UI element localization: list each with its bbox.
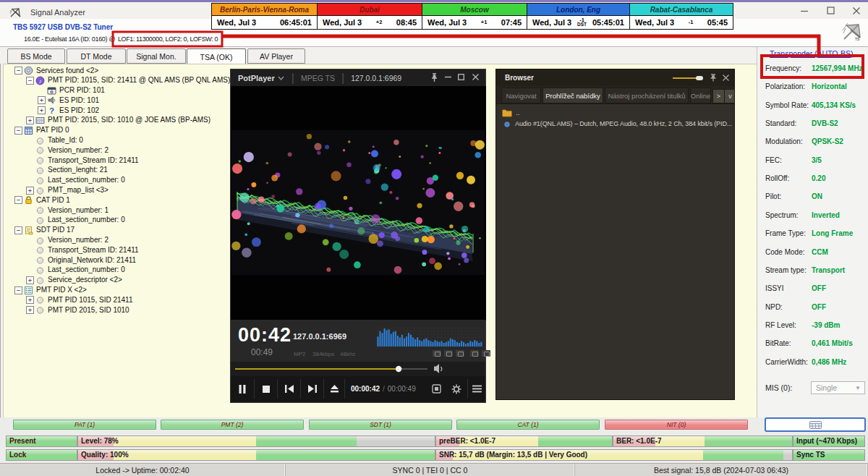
- tree-item-label[interactable]: Transport_Stream ID: 21411: [48, 156, 139, 164]
- expand-icon[interactable]: +: [26, 306, 34, 314]
- collapse-icon[interactable]: −: [14, 286, 22, 294]
- tree-item-label[interactable]: PMT PID 1015, SID 21411: [48, 296, 132, 304]
- signal-bar-label: Present: [9, 437, 36, 445]
- pause-button[interactable]: [231, 376, 254, 401]
- tab-tsa-ok[interactable]: TSA (OK): [187, 48, 246, 65]
- tree-item-label[interactable]: Transport_Stream ID: 21411: [48, 246, 139, 254]
- audio-track-item[interactable]: Audio #1(QNL AMS) – Dutch, MPEG Audio, 4…: [515, 120, 732, 127]
- potplayer-app-name: PotPlayer: [238, 74, 275, 82]
- potplayer-menu-chevron-icon[interactable]: [278, 76, 284, 80]
- browser-opacity-slider[interactable]: [672, 75, 704, 82]
- svg-text:?: ?: [49, 106, 54, 115]
- clock-column-2: MoscowWed, Jul 3+107:45: [422, 4, 527, 29]
- potplayer-titlebar[interactable]: PotPlayer | MPEG TS | 127.0.0.1:6969: [231, 69, 485, 86]
- collapse-icon[interactable]: −: [14, 196, 22, 204]
- stop-button[interactable]: [255, 376, 277, 401]
- close-button[interactable]: [844, 2, 868, 19]
- tree-item-label[interactable]: PMT_map_list <3>: [48, 186, 109, 194]
- menu-button[interactable]: [468, 376, 485, 401]
- dot-icon: [35, 145, 45, 154]
- tree-item-label[interactable]: Service_descriptor <2>: [48, 276, 122, 284]
- signal-bar: BER: <1.0E-7: [613, 435, 793, 447]
- browser-tab[interactable]: Nástroj procházení titulků: [605, 88, 689, 103]
- tree-item-label[interactable]: Last_section_number: 0: [48, 176, 125, 184]
- expand-icon[interactable]: +: [38, 96, 46, 104]
- expand-icon[interactable]: +: [26, 116, 34, 124]
- shuffle-icon[interactable]: [444, 350, 453, 357]
- tree-item-label[interactable]: PAT PID 0: [36, 126, 69, 134]
- mis-dropdown[interactable]: Single ▼: [811, 381, 865, 394]
- tree-item-label[interactable]: PMT PID 2015, SID 1010: [48, 306, 129, 314]
- transponder-header-link[interactable]: Transponder (AUTO-BS): [770, 49, 854, 58]
- stop-small-icon[interactable]: [456, 350, 464, 357]
- seek-volume-sliders[interactable]: [231, 362, 485, 376]
- browser-titlebar[interactable]: Browser: [496, 69, 734, 86]
- browser-pin-icon[interactable]: [710, 74, 717, 82]
- expand-icon[interactable]: +: [26, 276, 34, 284]
- table-icon: [24, 126, 33, 135]
- folder-up-icon[interactable]: [502, 109, 512, 117]
- tree-item-label[interactable]: PMT PID: 2015, SID: 1010 @ JOE AMS (BP-A…: [48, 116, 210, 124]
- tree-item-label[interactable]: ES PID: 101: [59, 96, 99, 104]
- tab-av-player[interactable]: AV Player: [247, 48, 305, 64]
- samplerate-label: 48khz: [340, 351, 355, 357]
- fullscreen-icon[interactable]: [482, 350, 490, 357]
- browser-close-icon[interactable]: [723, 75, 729, 81]
- eject-button[interactable]: [324, 376, 344, 401]
- expand-icon[interactable]: +: [26, 187, 34, 195]
- tab-dt-mode[interactable]: DT Mode: [67, 48, 126, 64]
- tab-signal-mon[interactable]: Signal Mon.: [127, 48, 186, 64]
- browser-tabs-dropdown[interactable]: v: [724, 89, 735, 103]
- svg-text:♪: ♪: [38, 77, 41, 84]
- lock-icon: [24, 195, 33, 204]
- next-button[interactable]: [301, 376, 323, 401]
- tree-item: +PMT PID 1015, SID 21411: [4, 294, 229, 305]
- collapse-icon[interactable]: −: [14, 127, 22, 135]
- potplayer-minimize-icon[interactable]: [445, 76, 451, 78]
- collapse-icon[interactable]: −: [14, 226, 22, 234]
- ab-repeat-icon[interactable]: [433, 350, 441, 357]
- collapse-icon[interactable]: −: [26, 77, 34, 85]
- tree-item-label[interactable]: Last_section_number: 0: [48, 265, 125, 273]
- collapse-icon[interactable]: −: [14, 67, 22, 75]
- tree-item-label[interactable]: ES PID: 102: [59, 106, 99, 114]
- satellite-dish-logo: TS: [841, 22, 863, 41]
- tree-item-label[interactable]: Last_section_number: 0: [48, 216, 125, 224]
- transponder-row-label: Spectrum:: [765, 211, 799, 219]
- tree-item-label[interactable]: Version_number: 2: [48, 146, 109, 154]
- tree-item-label[interactable]: Services found <2>: [36, 67, 98, 75]
- minimize-button[interactable]: [792, 2, 817, 19]
- previous-button[interactable]: [278, 376, 300, 401]
- expand-icon[interactable]: +: [26, 296, 34, 304]
- potplayer-close-icon[interactable]: [472, 74, 479, 80]
- tree-item: −PAT PID 0: [4, 125, 229, 135]
- tree-item-label[interactable]: SDT PID 17: [36, 226, 75, 234]
- transponder-row-value: OFF: [812, 303, 826, 311]
- pin-icon[interactable]: [430, 73, 438, 82]
- tree-item-label[interactable]: Version_number: 1: [48, 206, 109, 214]
- folder-up-label[interactable]: ..: [516, 109, 520, 116]
- tree-item: +PMT PID: 2015, SID: 1010 @ JOE AMS (BP-…: [4, 115, 229, 125]
- mis-value: Single: [816, 383, 837, 392]
- tree-item-label[interactable]: Table_Id: 0: [48, 136, 83, 144]
- tree-item-label[interactable]: Original_Network ID: 21411: [48, 256, 136, 264]
- browser-tab[interactable]: Online: [690, 88, 711, 103]
- maximize-button[interactable]: [818, 2, 843, 19]
- potplayer-maximize-icon[interactable]: [458, 74, 464, 80]
- browser-tab[interactable]: Navigovat: [501, 88, 541, 103]
- tree-item-label[interactable]: PMT PID X <2>: [36, 286, 87, 294]
- tree-item-label[interactable]: Section_lenght: 21: [48, 166, 108, 174]
- browser-tab[interactable]: Prohlížeč nabídky: [542, 88, 603, 103]
- playlist-button[interactable]: [426, 376, 446, 401]
- tree-item-label[interactable]: PMT PID: 1015, SID: 21411 @ QNL AMS (BP …: [48, 76, 230, 84]
- tree-item-label[interactable]: PCR PID: 101: [59, 86, 105, 94]
- ts-info-button[interactable]: [765, 417, 866, 432]
- tab-bs-mode[interactable]: BS Mode: [7, 48, 65, 64]
- settings-gear-icon[interactable]: [446, 376, 467, 401]
- expand-icon[interactable]: +: [38, 106, 46, 114]
- tree-item-label[interactable]: CAT PID 1: [36, 196, 70, 204]
- loop-icon[interactable]: [470, 350, 479, 357]
- tree-item: +?ES PID: 102: [4, 105, 229, 115]
- browser-tabs-scroll-right[interactable]: >: [712, 89, 725, 103]
- tree-item-label[interactable]: Version_number: 2: [48, 236, 109, 244]
